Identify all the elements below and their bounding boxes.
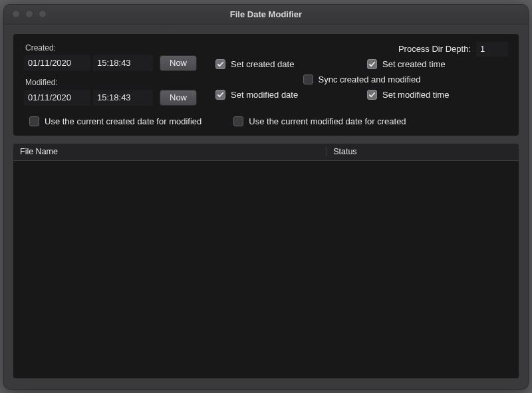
column-filename[interactable]: File Name <box>13 147 327 156</box>
check-label: Use the current created date for modifie… <box>45 116 201 126</box>
modified-time-input[interactable] <box>93 90 153 106</box>
check-label: Set created date <box>231 59 294 69</box>
check-set-created-date[interactable]: Set created date <box>215 59 356 69</box>
check-label: Set created time <box>382 59 446 69</box>
modified-label: Modified: <box>25 78 197 87</box>
checkbox-icon <box>29 116 39 126</box>
window-controls <box>12 10 47 18</box>
zoom-icon[interactable] <box>39 10 47 18</box>
check-label: Set modified time <box>382 90 449 100</box>
check-sync[interactable]: Sync created and modified <box>303 74 421 84</box>
checkbox-icon <box>233 116 243 126</box>
file-table: File Name Status <box>13 144 519 378</box>
checkbox-icon <box>367 90 377 100</box>
depth-label: Process Dir Depth: <box>398 44 471 54</box>
created-date-input[interactable] <box>24 55 90 71</box>
check-set-modified-date[interactable]: Set modified date <box>215 90 356 100</box>
titlebar: File Date Modifier <box>4 5 528 25</box>
depth-input[interactable] <box>476 42 508 57</box>
date-inputs: Created: Now Modified: Now <box>24 42 197 106</box>
table-header: File Name Status <box>13 144 519 161</box>
checkbox-icon <box>215 90 225 100</box>
checkbox-icon <box>367 59 377 69</box>
modified-date-input[interactable] <box>24 90 90 106</box>
check-label: Sync created and modified <box>319 74 421 84</box>
checkbox-icon <box>303 74 313 84</box>
checkbox-icon <box>215 59 225 69</box>
settings-panel: Created: Now Modified: Now <box>13 34 519 136</box>
options-area: Process Dir Depth: Set created date Set … <box>215 42 508 106</box>
column-status[interactable]: Status <box>327 147 519 156</box>
created-label: Created: <box>25 43 197 53</box>
app-window: File Date Modifier Created: Now Modified… <box>3 4 529 390</box>
close-icon[interactable] <box>12 10 20 18</box>
content-area: Created: Now Modified: Now <box>4 25 528 389</box>
check-label: Use the current modified date for create… <box>249 116 406 126</box>
minimize-icon[interactable] <box>25 10 33 18</box>
table-body[interactable] <box>13 161 519 378</box>
modified-now-button[interactable]: Now <box>160 90 197 106</box>
check-set-modified-time[interactable]: Set modified time <box>367 90 508 100</box>
created-time-input[interactable] <box>93 55 153 71</box>
check-use-modified-for-created[interactable]: Use the current modified date for create… <box>233 116 406 126</box>
check-use-created-for-modified[interactable]: Use the current created date for modifie… <box>29 116 201 126</box>
check-set-created-time[interactable]: Set created time <box>367 59 508 69</box>
created-now-button[interactable]: Now <box>160 55 197 71</box>
window-title: File Date Modifier <box>230 9 302 19</box>
check-label: Set modified date <box>231 90 298 100</box>
